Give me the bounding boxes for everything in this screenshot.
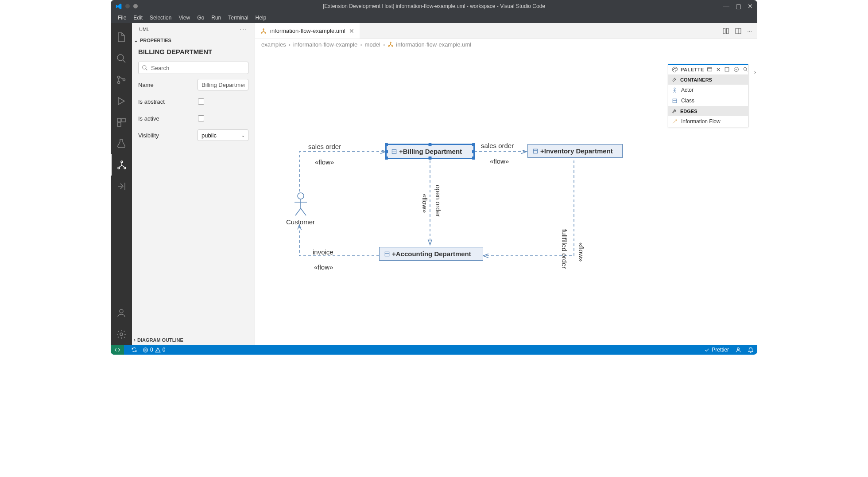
svg-point-40 [674, 88, 675, 89]
gear-icon[interactable] [111, 324, 132, 345]
menu-edit[interactable]: Edit [130, 14, 146, 22]
resize-handle[interactable] [472, 156, 475, 160]
svg-point-19 [390, 42, 391, 43]
palette-tool-icon[interactable] [707, 66, 713, 73]
palette-icon [672, 66, 678, 73]
compare-icon[interactable] [722, 27, 729, 35]
svg-rect-5 [122, 118, 125, 122]
uml-class-billing[interactable]: +Billing Department [386, 144, 474, 159]
svg-rect-17 [726, 28, 728, 34]
palette-item-actor[interactable]: Actor [668, 85, 748, 95]
split-editor-icon[interactable] [735, 27, 742, 35]
more-icon[interactable]: ··· [240, 26, 248, 33]
fit-icon[interactable] [724, 66, 730, 73]
flow-label: fullfilled order [561, 229, 568, 269]
maximize-icon[interactable]: ▢ [736, 3, 741, 10]
explorer-icon[interactable] [111, 27, 132, 48]
visibility-select[interactable] [198, 129, 248, 141]
sidebar: UML ··· ⌄ PROPERTIES BILLING DEPARTMENT … [132, 23, 255, 345]
resize-handle[interactable] [472, 150, 475, 153]
remote-icon[interactable] [111, 345, 124, 355]
uml-file-icon [388, 41, 394, 47]
accounts-icon[interactable] [111, 302, 132, 324]
palette-item-class[interactable]: Class [668, 95, 748, 106]
section-outline[interactable]: › DIAGRAM OUTLINE [132, 335, 255, 345]
run-debug-icon[interactable] [111, 90, 132, 112]
tab-label: information-flow-example.uml [270, 27, 345, 34]
diagram-canvas[interactable]: sales order «flow» sales order «flow» op… [255, 50, 757, 345]
search-icon[interactable] [743, 66, 748, 73]
menu-help[interactable]: Help [252, 14, 270, 22]
svg-rect-31 [385, 252, 389, 256]
menu-file[interactable]: File [114, 14, 130, 22]
uml-actor-customer[interactable]: Customer [286, 192, 315, 226]
errors-warnings[interactable]: 0 0 [143, 347, 165, 353]
abstract-checkbox[interactable] [198, 98, 204, 105]
testing-icon[interactable] [111, 133, 132, 154]
flow-label: sales order [481, 142, 514, 149]
search-icon[interactable] [111, 48, 132, 69]
menu-view[interactable]: View [175, 14, 194, 22]
palette-item-information-flow[interactable]: Information Flow [668, 116, 748, 127]
palette-section-containers[interactable]: CONTAINERS [668, 74, 748, 85]
svg-rect-27 [392, 149, 396, 153]
resize-handle[interactable] [385, 143, 388, 146]
close-icon[interactable]: ✕ [716, 66, 721, 73]
menu-selection[interactable]: Selection [146, 14, 175, 22]
minimize-icon[interactable]: — [723, 3, 729, 10]
breadcrumb[interactable]: informaiton-flow-example [293, 41, 357, 48]
menubar: File Edit Selection View Go Run Terminal… [111, 12, 757, 23]
close-icon[interactable]: ✕ [349, 27, 354, 35]
svg-rect-16 [723, 28, 725, 34]
breadcrumb[interactable]: model [365, 41, 380, 48]
resize-handle[interactable] [429, 143, 432, 146]
resize-handle[interactable] [472, 143, 475, 146]
active-checkbox[interactable] [198, 115, 204, 121]
name-field[interactable] [198, 79, 248, 90]
source-control-icon[interactable] [111, 69, 132, 90]
svg-point-0 [117, 55, 124, 61]
close-icon[interactable]: ✕ [748, 3, 753, 10]
search-icon [142, 65, 148, 71]
uml-class-accounting[interactable]: +Accounting Department [379, 247, 483, 261]
palette-section-edges[interactable]: EDGES [668, 106, 748, 116]
tabs: information-flow-example.uml ✕ ··· [255, 23, 757, 39]
menu-go[interactable]: Go [194, 14, 208, 22]
titlebar: [Extension Development Host] information… [111, 0, 757, 12]
visibility-label: Visibility [138, 132, 159, 139]
resize-handle[interactable] [385, 150, 388, 153]
chevron-right-icon: › [289, 41, 291, 48]
tab-active[interactable]: information-flow-example.uml ✕ [255, 23, 360, 39]
prettier-status[interactable]: Prettier [704, 347, 729, 353]
extensions-icon[interactable] [111, 112, 132, 133]
resize-handle[interactable] [429, 156, 432, 160]
live-share-icon[interactable] [111, 176, 132, 197]
svg-point-7 [121, 161, 123, 163]
flow-label: invoice [313, 248, 333, 256]
chevron-right-icon[interactable]: › [754, 69, 756, 75]
menu-run[interactable]: Run [208, 14, 225, 22]
svg-point-35 [676, 68, 676, 69]
flow-stereotype: «flow» [315, 158, 334, 166]
bell-icon[interactable] [748, 347, 754, 353]
breadcrumb-file[interactable]: information-flow-example.uml [388, 41, 471, 48]
more-icon[interactable]: ··· [747, 27, 752, 34]
uml-icon[interactable] [111, 154, 132, 176]
sync-icon[interactable] [131, 347, 137, 353]
search-input[interactable] [138, 62, 248, 74]
class-icon [672, 98, 678, 104]
resize-handle[interactable] [385, 156, 388, 160]
window-dot-icon [125, 4, 130, 8]
svg-rect-4 [117, 118, 121, 122]
window-dot-icon [133, 4, 138, 8]
breadcrumbs: examples › informaiton-flow-example › mo… [255, 39, 757, 50]
uml-class-inventory[interactable]: +Inventory Department [527, 144, 623, 158]
editor: information-flow-example.uml ✕ ··· examp… [255, 23, 757, 345]
sidebar-title: UML [139, 27, 149, 32]
section-properties[interactable]: ⌄ PROPERTIES [132, 35, 255, 45]
validate-icon[interactable] [733, 66, 739, 73]
feedback-icon[interactable] [735, 347, 741, 353]
breadcrumb[interactable]: examples [261, 41, 286, 48]
menu-terminal[interactable]: Terminal [225, 14, 252, 22]
svg-point-2 [118, 82, 120, 84]
